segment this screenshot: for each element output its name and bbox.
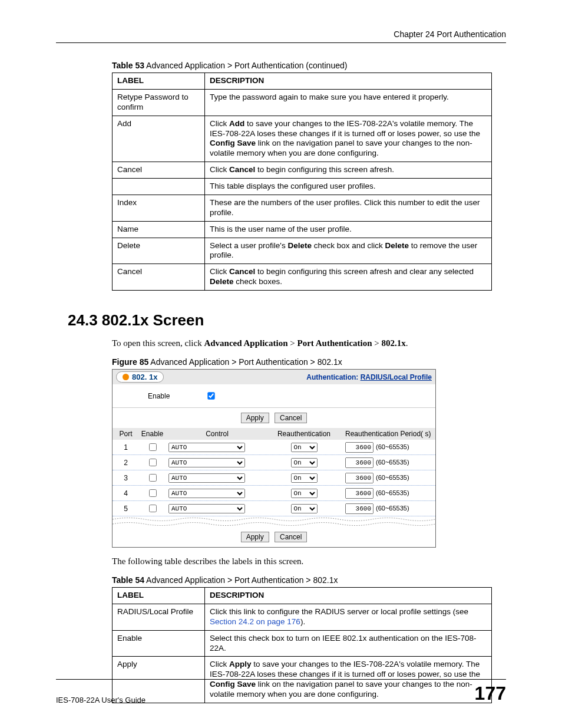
intro-text: To open this screen, click Advanced Appl… — [112, 338, 506, 348]
enable-checkbox[interactable] — [208, 392, 215, 399]
table-row: IndexThese are the numbers of the user p… — [113, 195, 492, 221]
table-cell-label — [113, 179, 205, 195]
period-input[interactable] — [345, 473, 373, 483]
apply-button-top[interactable]: Apply — [241, 413, 269, 423]
period-input[interactable] — [345, 457, 373, 468]
cancel-button-top[interactable]: Cancel — [275, 413, 307, 423]
reauth-select[interactable]: On — [291, 489, 318, 498]
control-select[interactable]: AUTO — [168, 458, 245, 467]
table-cell-desc: Click Add to save your changes to the IE… — [205, 116, 492, 162]
table-cell-label: Delete — [113, 238, 205, 264]
chapter-header: Chapter 24 Port Authentication — [56, 29, 506, 43]
port-table-header: Port Enable Control Reauthentication Rea… — [113, 428, 435, 440]
reauth-select[interactable]: On — [291, 504, 318, 513]
table-cell-label: Name — [113, 221, 205, 238]
figure85-caption: Figure 85 Advanced Application > Port Au… — [112, 357, 506, 367]
period-input[interactable] — [345, 503, 373, 514]
torn-edge — [113, 516, 435, 527]
port-number: 4 — [115, 489, 136, 498]
table54-header-label: LABEL — [113, 588, 205, 604]
table-cell-label: Index — [113, 195, 205, 221]
port-number: 5 — [115, 505, 136, 513]
table-cell-desc: This is the user name of the user profil… — [205, 221, 492, 238]
reauth-select[interactable]: On — [291, 443, 318, 452]
port-row: 5AUTOOn(60~65535) — [113, 501, 435, 516]
table-cell-desc: These are the numbers of the user profil… — [205, 195, 492, 221]
figure85: 802. 1x Authentication: RADIUS/Local Pro… — [112, 369, 436, 548]
table-cell-desc: This table displays the configured user … — [205, 179, 492, 195]
control-select[interactable]: AUTO — [168, 489, 245, 498]
port-number: 3 — [115, 474, 136, 482]
table-row: AddClick Add to save your changes to the… — [113, 116, 492, 162]
table53-caption: Table 53 Advanced Application > Port Aut… — [112, 61, 506, 70]
port-enable-checkbox[interactable] — [149, 489, 157, 497]
auth-links: Authentication: RADIUS/Local Profile — [306, 373, 432, 381]
control-select[interactable]: AUTO — [168, 443, 245, 452]
table-cell-label: Cancel — [113, 162, 205, 179]
table-cell-desc: Click Cancel to begin configuring this s… — [205, 264, 492, 291]
table-row: CancelClick Cancel to begin configuring … — [113, 162, 492, 179]
table-row: CancelClick Cancel to begin configuring … — [113, 264, 492, 291]
table-row: Retype Password to confirmType the passw… — [113, 89, 492, 116]
table-cell-label: Enable — [113, 630, 205, 657]
control-select[interactable]: AUTO — [168, 473, 245, 483]
table-row: NameThis is the user name of the user pr… — [113, 221, 492, 238]
table53-header-desc: DESCRIPTION — [205, 73, 492, 90]
range-text: (60~65535) — [373, 443, 409, 450]
port-enable-checkbox[interactable] — [149, 443, 157, 451]
table-row: DeleteSelect a user profile's Delete che… — [113, 238, 492, 264]
reauth-select[interactable]: On — [291, 473, 318, 483]
figure-title-pill: 802. 1x — [116, 371, 164, 383]
enable-label: Enable — [148, 392, 170, 400]
reauth-select[interactable]: On — [291, 458, 318, 467]
port-enable-checkbox[interactable] — [149, 505, 157, 512]
table54-header-desc: DESCRIPTION — [205, 588, 492, 604]
period-input[interactable] — [345, 488, 373, 499]
range-text: (60~65535) — [373, 505, 409, 512]
port-row: 1AUTOOn(60~65535) — [113, 440, 435, 455]
footer-page-number: 177 — [475, 683, 506, 704]
port-row: 2AUTOOn(60~65535) — [113, 455, 435, 470]
table-row: This table displays the configured user … — [113, 179, 492, 195]
table53-header-label: LABEL — [113, 73, 205, 90]
range-text: (60~65535) — [373, 474, 409, 481]
cancel-button-bottom[interactable]: Cancel — [275, 532, 307, 542]
table-cell-desc: Click Cancel to begin configuring this s… — [205, 162, 492, 179]
range-text: (60~65535) — [373, 459, 409, 466]
port-number: 1 — [115, 443, 136, 452]
table-row: EnableSelect this check box to turn on I… — [113, 630, 492, 657]
footer-guide: IES-708-22A User's Guide — [56, 696, 146, 704]
table53: LABEL DESCRIPTION Retype Password to con… — [112, 73, 492, 291]
port-enable-checkbox[interactable] — [149, 474, 157, 482]
table-row: RADIUS/Local ProfileClick this link to c… — [113, 604, 492, 630]
table-cell-desc: Select this check box to turn on IEEE 80… — [205, 630, 492, 657]
table-cell-label: Retype Password to confirm — [113, 89, 205, 116]
table-cell-desc: Select a user profile's Delete check box… — [205, 238, 492, 264]
port-row: 3AUTOOn(60~65535) — [113, 470, 435, 486]
page-footer: IES-708-22A User's Guide 177 — [56, 679, 506, 704]
table-cell-desc: Type the password again to make sure you… — [205, 89, 492, 116]
range-text: (60~65535) — [373, 489, 409, 496]
section-heading: 24.3 802.1x Screen — [68, 311, 506, 330]
apply-button-bottom[interactable]: Apply — [241, 532, 269, 542]
post-figure-text: The following table describes the labels… — [112, 556, 506, 566]
radius-link[interactable]: RADIUS/Local Profile — [361, 373, 432, 381]
control-select[interactable]: AUTO — [168, 504, 245, 513]
port-row: 4AUTOOn(60~65535) — [113, 486, 435, 501]
period-input[interactable] — [345, 442, 373, 453]
table54-caption: Table 54 Advanced Application > Port Aut… — [112, 575, 506, 585]
table-cell-label: RADIUS/Local Profile — [113, 604, 205, 630]
dot-icon — [123, 374, 129, 380]
table-cell-label: Cancel — [113, 264, 205, 291]
table-cell-label: Add — [113, 116, 205, 162]
port-enable-checkbox[interactable] — [149, 459, 157, 466]
table-cell-desc: Click this link to configure the RADIUS … — [205, 604, 492, 630]
port-number: 2 — [115, 459, 136, 467]
